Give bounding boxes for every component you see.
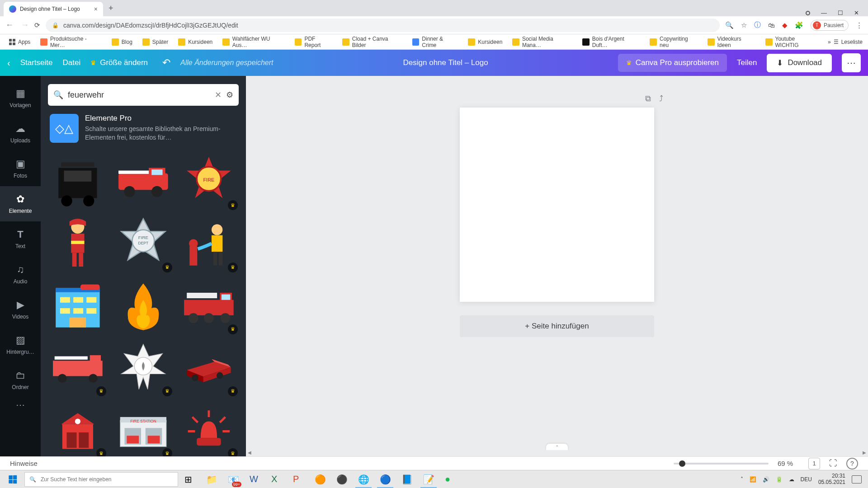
bookmark-item[interactable]: Cload + Canva Bilder	[339, 34, 406, 50]
rail-text[interactable]: TText	[0, 221, 41, 257]
bookmark-apps[interactable]: Apps	[5, 37, 34, 47]
notes-expand-icon[interactable]: ⌃	[546, 444, 568, 450]
home-link[interactable]: Startseite	[20, 58, 53, 67]
canvas-page-1[interactable]	[460, 108, 654, 302]
taskbar-app-1[interactable]: 🟠	[309, 470, 331, 488]
tray-wifi-icon[interactable]: 📶	[750, 476, 756, 483]
element-firetruck-flat-red[interactable]: ♛	[47, 337, 108, 398]
taskbar-edge[interactable]: 🔵	[374, 470, 396, 488]
taskbar-taskview[interactable]: ⊞	[179, 470, 201, 488]
element-fire-dept-badge-grey[interactable]: FIREDEPT ♛	[113, 213, 174, 274]
taskbar-explorer[interactable]: 📁	[201, 470, 222, 488]
star-icon[interactable]: ☆	[741, 21, 747, 29]
element-fire-station-garage[interactable]: FIRE STATION ♛	[113, 399, 174, 456]
rail-elements[interactable]: ✿Elemente	[0, 186, 41, 221]
element-firefighter-hose-hydrant[interactable]: ♛	[179, 213, 240, 274]
taskbar-chrome[interactable]: 🌐	[353, 470, 374, 488]
try-pro-button[interactable]: ♛ Canva Pro ausprobieren	[618, 54, 727, 72]
bookmark-item[interactable]: Produktsuche - Mer…	[37, 34, 105, 50]
design-title[interactable]: Design ohne Titel – Logo	[403, 58, 488, 67]
tray-clock[interactable]: 20:31 05.05.2021	[818, 473, 845, 486]
tab-close-icon[interactable]: ×	[94, 5, 98, 13]
taskbar-notepad[interactable]: 📝	[418, 470, 439, 488]
taskbar-app-2[interactable]: 📘	[396, 470, 418, 488]
more-menu-button[interactable]: ⋯	[842, 53, 861, 72]
extension-icon-3[interactable]: ◆	[782, 21, 788, 29]
taskbar-word[interactable]: W	[244, 470, 266, 488]
chrome-menu-icon[interactable]: ⋮	[856, 21, 863, 29]
zoom-value[interactable]: 69 %	[778, 460, 799, 467]
tray-notifications-icon[interactable]	[852, 475, 862, 483]
scroll-left-icon[interactable]: ◀	[248, 450, 251, 455]
bookmark-item[interactable]: Youtube WICHTIG	[762, 34, 822, 50]
taskbar-obs[interactable]: ⚫	[331, 470, 353, 488]
elements-pro-promo[interactable]: ◇△ Elemente Pro Schalte unsere gesamte B…	[41, 112, 246, 151]
duplicate-page-icon[interactable]: ⧉	[645, 94, 651, 103]
file-menu[interactable]: Datei	[62, 58, 80, 67]
zoom-icon[interactable]: 🔍	[725, 21, 734, 29]
rail-audio[interactable]: ♫Audio	[0, 257, 41, 292]
rail-background[interactable]: ▨Hintergru…	[0, 327, 41, 362]
rail-uploads[interactable]: ☁Uploads	[0, 116, 41, 151]
element-firetruck-ladder[interactable]: ♛	[179, 275, 240, 336]
bookmark-item[interactable]: Blog	[108, 37, 136, 47]
rail-folder[interactable]: 🗀Ordner	[0, 362, 41, 398]
rail-photos[interactable]: ▣Fotos	[0, 151, 41, 186]
download-button[interactable]: ⬇ Download	[767, 54, 832, 72]
bookmark-item[interactable]: Social Media Mana…	[509, 34, 576, 50]
element-firefighter-person[interactable]	[47, 213, 108, 274]
rail-more-icon[interactable]: ⋯	[16, 399, 25, 410]
bookmark-item[interactable]: Wahlfächer WU Aus…	[219, 34, 288, 50]
zoom-slider-knob[interactable]	[679, 460, 685, 467]
extension-icon-2[interactable]: 🛍	[768, 21, 775, 29]
undo-icon[interactable]: ↶	[162, 57, 170, 69]
add-page-button[interactable]: + Seite hinzufügen	[460, 315, 654, 337]
url-input[interactable]: 🔒 canva.com/design/DAEdomzscjI/drBfjHdCo…	[46, 19, 720, 32]
tray-chevron-icon[interactable]: ˄	[741, 476, 743, 483]
bookmark-item[interactable]: Kursideen	[175, 37, 216, 47]
element-firetruck-isometric[interactable]: ♛	[179, 337, 240, 398]
zoom-slider[interactable]	[674, 463, 769, 465]
fullscreen-icon[interactable]: ⛶	[829, 459, 837, 468]
extension-icon-1[interactable]: ⓘ	[754, 21, 761, 29]
browser-tab[interactable]: Design ohne Titel – Logo ×	[4, 2, 103, 16]
back-to-home-icon[interactable]: ‹	[7, 58, 10, 68]
window-maximize-icon[interactable]: ☐	[838, 9, 843, 16]
taskbar-search[interactable]: 🔍 Zur Suche Text hier eingeben	[24, 472, 178, 487]
tray-language[interactable]: DEU	[801, 476, 812, 483]
elements-search-input[interactable]	[68, 90, 210, 100]
filter-icon[interactable]: ⚙	[226, 90, 233, 100]
bookmark-item[interactable]: Videokurs Ideen	[704, 34, 759, 50]
notes-button[interactable]: Hinweise	[10, 460, 38, 467]
help-icon[interactable]: ?	[846, 458, 858, 469]
tray-onedrive-icon[interactable]: ☁	[789, 476, 794, 483]
profile-pill[interactable]: T Pausiert	[811, 20, 849, 31]
element-maltese-cross-white[interactable]: ♛	[113, 337, 174, 398]
start-button[interactable]	[2, 470, 24, 488]
taskbar-excel[interactable]: X	[266, 470, 288, 488]
horizontal-scrollbar[interactable]: ◀ ▶	[246, 450, 868, 456]
bookmark-item[interactable]: Bois d'Argent Duft…	[579, 34, 643, 50]
taskbar-mail[interactable]: 📧99+	[222, 470, 244, 488]
share-page-icon[interactable]: ⤴	[659, 94, 663, 103]
bookmark-item[interactable]: Kursideen	[464, 37, 506, 47]
bookmark-item[interactable]: Dinner & Crime	[409, 34, 462, 50]
reading-list-button[interactable]: ☰ Leseliste	[834, 39, 863, 45]
scroll-right-icon[interactable]: ▶	[863, 450, 866, 455]
page-count-button[interactable]: 1	[808, 458, 820, 469]
element-siren-red[interactable]: ♛	[179, 399, 240, 456]
element-firetruck-front-dark[interactable]	[47, 151, 108, 212]
window-close-icon[interactable]: ✕	[854, 9, 859, 16]
element-fire-station-building[interactable]	[47, 275, 108, 336]
element-flame-orange[interactable]	[113, 275, 174, 336]
taskbar-powerpoint[interactable]: P	[288, 470, 309, 488]
nav-forward-icon[interactable]: →	[21, 20, 29, 30]
extensions-puzzle-icon[interactable]: 🧩	[795, 21, 803, 29]
bookmark-item[interactable]: Später	[139, 37, 172, 47]
bookmarks-overflow-icon[interactable]: »	[828, 39, 831, 45]
resize-menu[interactable]: ♛ Größe ändern	[90, 58, 148, 67]
tray-battery-icon[interactable]: 🔋	[776, 476, 783, 483]
clear-search-icon[interactable]: ✕	[215, 90, 222, 100]
share-button[interactable]: Teilen	[737, 58, 757, 67]
element-firetruck-side-red[interactable]	[113, 151, 174, 212]
